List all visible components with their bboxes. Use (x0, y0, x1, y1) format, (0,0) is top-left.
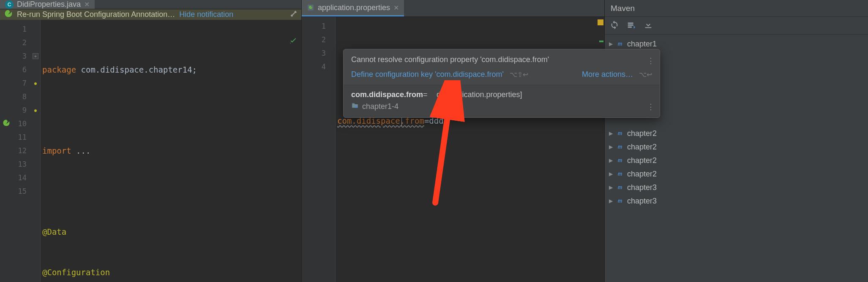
svg-rect-2 (355, 106, 358, 108)
close-icon[interactable]: ✕ (393, 4, 399, 12)
inspection-popup: Cannot resolve configuration property 'c… (343, 49, 660, 118)
line-number: 2 (22, 38, 27, 47)
check-icon[interactable] (240, 22, 298, 63)
generate-sources-icon[interactable] (627, 20, 636, 31)
maven-module-icon: m (616, 184, 624, 191)
maven-module-icon: m (616, 197, 624, 205)
line-number: 12 (18, 146, 27, 155)
maven-tool-window: Maven ▶mchapter1 ▶mchapter2 ▶mchapter2 ▶… (605, 0, 868, 282)
maven-module-icon: m (616, 170, 624, 178)
left-editor[interactable]: 1 2 3+ 6 7● 8 9● 10 11 12 13 14 15 (0, 20, 301, 282)
line-number: 3 (22, 52, 27, 60)
shortcut-icon: ⌥↩ (639, 70, 652, 79)
module-label: chapter2 (627, 156, 657, 165)
left-tab-bar: C DidiProperties.java ✕ (0, 0, 301, 9)
maven-module[interactable]: ▶mchapter2 (605, 127, 868, 140)
triangle-icon: ▶ (609, 157, 613, 163)
line-number: 1 (322, 22, 326, 30)
left-code-area[interactable]: package com.didispace.chapter14; import … (41, 20, 301, 282)
module-name: chapter1-4 (362, 102, 399, 111)
spring-icon (4, 9, 13, 20)
line-number: 15 (18, 187, 27, 195)
triangle-icon: ▶ (609, 41, 613, 47)
import-ellipsis: ... (71, 144, 91, 157)
tab-label: application.properties (318, 3, 390, 12)
usage-file: [application.properties] (445, 90, 522, 99)
fold-icon[interactable]: ● (33, 107, 38, 113)
triangle-icon: ▶ (609, 130, 613, 136)
notification-bar: Re-run Spring Boot Configuration Annotat… (0, 9, 301, 20)
notification-text: Re-run Spring Boot Configuration Annotat… (17, 10, 175, 19)
usage-eq: = (423, 90, 428, 99)
spring-gutter-icon[interactable] (3, 119, 10, 128)
ann-data: @Data (42, 225, 66, 239)
line-number: 4 (322, 62, 326, 71)
shortcut-icon: ⌥⇧↩ (510, 70, 528, 79)
folder-icon (351, 102, 359, 111)
warning-marker[interactable] (598, 19, 603, 25)
line-number: 13 (18, 160, 27, 168)
properties-file-icon (307, 4, 314, 11)
maven-toolbar (605, 17, 868, 35)
module-label: chapter1 (627, 40, 657, 49)
triangle-icon: ▶ (609, 198, 613, 204)
close-icon[interactable]: ✕ (84, 0, 90, 8)
ann-configuration: @Configuration (42, 266, 110, 279)
line-number: 3 (322, 49, 326, 57)
download-icon[interactable] (644, 20, 653, 31)
maven-title: Maven (605, 0, 868, 17)
tab-label: DidiProperties.java (17, 0, 81, 9)
refresh-icon[interactable] (610, 20, 619, 31)
line-number: 6 (22, 65, 27, 74)
triangle-icon: ▶ (609, 171, 613, 177)
wrench-icon[interactable] (289, 9, 297, 20)
right-tab-bar: application.properties ✕ (302, 0, 604, 17)
line-number: 9 (22, 106, 27, 114)
maven-module-icon: m (616, 40, 624, 48)
left-gutter: 1 2 3+ 6 7● 8 9● 10 11 12 13 14 15 (0, 20, 41, 282)
kw-import: import (42, 144, 71, 157)
triangle-icon: ▶ (609, 144, 613, 150)
define-key-link[interactable]: Define configuration key 'com.didispace.… (351, 70, 504, 79)
hide-notification-link[interactable]: Hide notification (179, 10, 233, 19)
module-label: chapter3 (627, 183, 657, 192)
triangle-icon: ▶ (609, 184, 613, 190)
line-number: 7 (22, 79, 27, 87)
package-name: com.didispace.chapter14; (76, 63, 197, 76)
maven-module[interactable]: ▶mchapter2 (605, 154, 868, 167)
maven-module[interactable]: ▶mchapter2 (605, 167, 868, 181)
ok-marker (599, 41, 603, 42)
kebab-icon[interactable]: ⋮ (647, 56, 655, 65)
fold-icon[interactable]: ● (33, 80, 38, 86)
module-label: chapter2 (627, 170, 657, 179)
line-number: 2 (322, 35, 326, 44)
module-label: chapter2 (627, 143, 657, 152)
maven-module[interactable]: ▶mchapter3 (605, 194, 868, 208)
more-actions-link[interactable]: More actions… (582, 70, 633, 79)
line-number: 11 (18, 133, 27, 141)
line-number: 8 (22, 92, 27, 101)
tab-didiproperties[interactable]: C DidiProperties.java ✕ (0, 0, 95, 9)
maven-module-icon: m (616, 157, 624, 164)
maven-module[interactable]: ▶mchapter3 (605, 181, 868, 194)
java-class-icon: C (5, 0, 14, 9)
right-gutter: 1 2 3 4 (302, 17, 336, 282)
maven-module[interactable]: ▶mchapter2 (605, 140, 868, 154)
line-number: 14 (18, 174, 27, 182)
usage-key: com.didispace.from (351, 90, 423, 99)
popup-message: Cannot resolve configuration property 'c… (351, 55, 549, 64)
module-label: chapter3 (627, 197, 657, 206)
kw-package: package (42, 63, 76, 76)
maven-module-icon: m (616, 143, 624, 151)
maven-module-icon: m (616, 130, 624, 137)
module-label: chapter2 (627, 129, 657, 138)
kebab-icon[interactable]: ⋮ (647, 102, 655, 111)
tab-application-properties[interactable]: application.properties ✕ (302, 0, 404, 16)
line-number: 10 (18, 119, 27, 128)
line-number: 1 (22, 25, 27, 33)
usage-val: d" (437, 90, 445, 99)
fold-icon[interactable]: + (33, 53, 38, 59)
